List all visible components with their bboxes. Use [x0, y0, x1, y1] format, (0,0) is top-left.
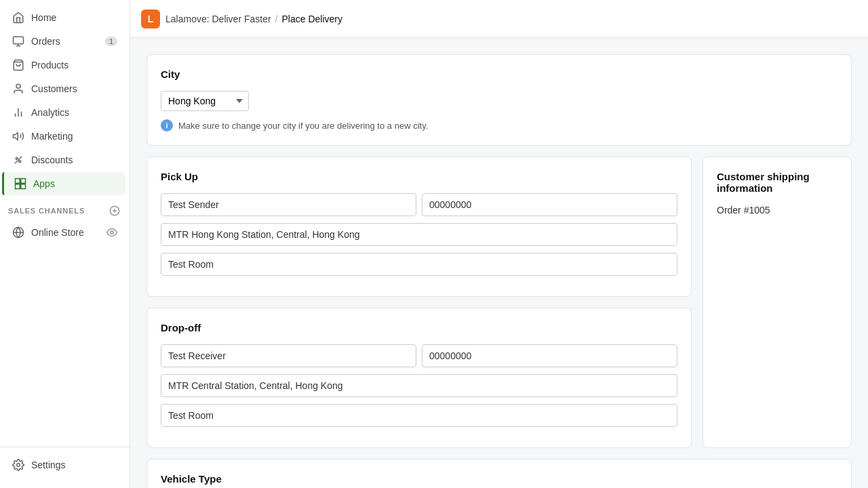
- customers-icon: [12, 83, 24, 95]
- pickup-sender-input[interactable]: [161, 193, 416, 216]
- info-icon: i: [161, 119, 173, 131]
- breadcrumb-page-title: Place Delivery: [282, 14, 342, 24]
- svg-rect-0: [14, 37, 24, 44]
- city-card-title: City: [161, 68, 837, 80]
- eye-icon[interactable]: [106, 227, 117, 238]
- sidebar-item-products[interactable]: Products: [4, 54, 125, 77]
- sidebar-item-home[interactable]: Home: [4, 6, 125, 29]
- svg-point-4: [16, 84, 20, 88]
- pickup-phone-field: [422, 193, 677, 216]
- marketing-icon: [12, 130, 24, 142]
- pickup-room-row: [161, 253, 677, 276]
- sidebar-item-analytics-label: Analytics: [31, 107, 69, 118]
- sidebar-item-settings[interactable]: Settings: [4, 453, 125, 476]
- svg-rect-13: [21, 179, 26, 184]
- breadcrumb-sep: /: [275, 14, 278, 24]
- pickup-sender-field: [161, 193, 416, 216]
- dropoff-receiver-field: [161, 344, 416, 367]
- dropoff-phone-input[interactable]: [422, 344, 677, 367]
- sidebar: Home Orders 1 Products Customers A: [0, 0, 130, 488]
- sidebar-nav: Home Orders 1 Products Customers A: [0, 0, 130, 447]
- svg-point-22: [17, 464, 20, 467]
- dropoff-address-field: [161, 374, 677, 397]
- dropoff-address-row: [161, 374, 677, 397]
- svg-rect-12: [16, 179, 20, 184]
- vehicle-type-card: Vehicle Type: [146, 459, 852, 488]
- sidebar-item-home-label: Home: [31, 12, 56, 23]
- settings-icon: [12, 459, 24, 471]
- sidebar-item-apps-label: Apps: [33, 178, 55, 189]
- orders-badge: 1: [105, 37, 117, 46]
- svg-point-10: [19, 161, 21, 163]
- sidebar-item-customers[interactable]: Customers: [4, 77, 125, 100]
- delivery-row: Pick Up: [146, 157, 852, 448]
- online-store-label: Online Store: [31, 227, 84, 238]
- svg-point-9: [16, 157, 18, 159]
- delivery-left: Pick Up: [146, 157, 692, 448]
- svg-rect-14: [16, 184, 20, 189]
- delivery-right: Customer shipping information Order #100…: [703, 157, 852, 448]
- pickup-address-field: [161, 223, 677, 246]
- sidebar-item-discounts-label: Discounts: [31, 155, 73, 165]
- sidebar-item-orders-label: Orders: [31, 36, 60, 47]
- pickup-phone-input[interactable]: [422, 193, 677, 216]
- home-icon: [12, 12, 24, 24]
- order-number: Order #1005: [717, 205, 837, 216]
- dropoff-card: Drop-off: [146, 308, 692, 448]
- svg-point-21: [111, 231, 113, 234]
- breadcrumb-app-name[interactable]: Lalamove: Deliver Faster: [165, 14, 271, 24]
- pickup-room-field: [161, 253, 677, 276]
- sidebar-item-products-label: Products: [31, 60, 68, 70]
- orders-icon: [12, 35, 24, 47]
- add-sales-channel-icon[interactable]: [108, 204, 121, 218]
- discounts-icon: [12, 154, 24, 166]
- pickup-name-phone-row: [161, 193, 677, 216]
- customer-card: Customer shipping information Order #100…: [703, 157, 852, 448]
- settings-label: Settings: [31, 460, 66, 470]
- sales-channels-label: SALES CHANNELS: [8, 207, 85, 215]
- main-content: City Hong Kong Singapore Manila Bangkok …: [130, 38, 868, 488]
- sidebar-item-orders[interactable]: Orders 1: [4, 30, 125, 53]
- svg-rect-15: [21, 184, 26, 189]
- pickup-address-input[interactable]: [161, 223, 677, 246]
- breadcrumb: Lalamove: Deliver Faster / Place Deliver…: [165, 14, 342, 24]
- svg-marker-8: [14, 133, 18, 140]
- pickup-address-row: [161, 223, 677, 246]
- dropoff-room-input[interactable]: [161, 404, 677, 427]
- dropoff-card-title: Drop-off: [161, 322, 677, 333]
- dropoff-room-row: [161, 404, 677, 427]
- pickup-card: Pick Up: [146, 157, 692, 297]
- apps-icon: [14, 178, 26, 190]
- dropoff-address-input[interactable]: [161, 374, 677, 397]
- city-card: City Hong Kong Singapore Manila Bangkok …: [146, 54, 852, 146]
- vehicle-type-title: Vehicle Type: [161, 473, 837, 485]
- dropoff-phone-field: [422, 344, 677, 367]
- sidebar-item-customers-label: Customers: [31, 83, 77, 94]
- dropoff-room-field: [161, 404, 677, 427]
- topbar: L Lalamove: Deliver Faster / Place Deliv…: [130, 0, 868, 38]
- sidebar-item-marketing[interactable]: Marketing: [4, 125, 125, 148]
- dropoff-receiver-input[interactable]: [161, 344, 416, 367]
- online-store-icon: [12, 226, 24, 239]
- sidebar-item-marketing-label: Marketing: [31, 131, 73, 142]
- pickup-room-input[interactable]: [161, 253, 677, 276]
- sidebar-bottom: Settings: [0, 447, 130, 488]
- sidebar-item-apps[interactable]: Apps: [2, 172, 125, 195]
- sales-channels-section: SALES CHANNELS: [0, 196, 130, 220]
- city-select-wrapper: Hong Kong Singapore Manila Bangkok: [161, 91, 837, 111]
- products-icon: [12, 59, 24, 71]
- sidebar-item-online-store[interactable]: Online Store: [4, 221, 125, 244]
- sidebar-item-discounts[interactable]: Discounts: [4, 148, 125, 171]
- analytics-icon: [12, 106, 24, 119]
- dropoff-name-phone-row: [161, 344, 677, 367]
- city-select[interactable]: Hong Kong Singapore Manila Bangkok: [161, 91, 249, 111]
- sidebar-item-analytics[interactable]: Analytics: [4, 101, 125, 124]
- city-info-banner: i Make sure to change your city if you a…: [161, 119, 837, 131]
- customer-card-title: Customer shipping information: [717, 171, 837, 194]
- city-info-message: Make sure to change your city if you are…: [178, 121, 428, 131]
- app-logo: L: [141, 9, 160, 28]
- pickup-card-title: Pick Up: [161, 171, 677, 182]
